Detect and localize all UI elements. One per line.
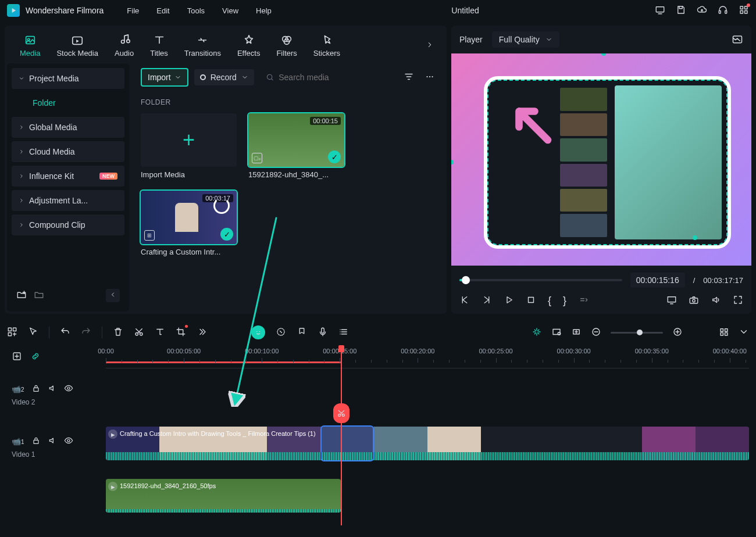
widgets-icon[interactable] xyxy=(7,327,17,339)
play-icon[interactable] xyxy=(504,295,514,307)
next-frame-icon[interactable] xyxy=(482,295,492,307)
import-button[interactable]: Import xyxy=(141,68,188,87)
crop-view-icon[interactable] xyxy=(551,327,562,339)
sidebar-folder[interactable]: Folder xyxy=(12,92,124,113)
undo-icon[interactable] xyxy=(60,327,70,339)
cloud-icon[interactable] xyxy=(697,5,707,17)
sidebar-adjustment-layer[interactable]: Adjustment La... xyxy=(12,190,124,211)
sidebar-influence-kit[interactable]: Influence Kit NEW xyxy=(12,166,124,187)
tabs-more-icon[interactable] xyxy=(420,35,440,56)
visibility-icon[interactable] xyxy=(64,384,73,395)
auto-reframe-icon[interactable] xyxy=(532,327,542,339)
delete-icon[interactable] xyxy=(113,327,123,339)
clip-video1[interactable]: ▸ 15921892-uhd_3840_2160_50fps xyxy=(106,479,341,513)
stop-icon[interactable] xyxy=(526,295,536,307)
filter-icon[interactable] xyxy=(401,69,416,86)
mark-out-icon[interactable]: } xyxy=(563,295,566,307)
track-lane-video1[interactable]: ▸ 15921892-uhd_3840_2160_50fps xyxy=(106,473,749,525)
menu-tools[interactable]: Tools xyxy=(187,6,205,15)
playhead[interactable] xyxy=(341,345,342,525)
mute-icon[interactable] xyxy=(48,436,57,447)
menu-file[interactable]: File xyxy=(127,6,139,15)
enhance-icon[interactable] xyxy=(276,327,286,339)
sidebar-cloud-media[interactable]: Cloud Media xyxy=(12,141,124,162)
track-header-video2[interactable]: 📹2 Video 2 xyxy=(7,368,106,421)
quality-dropdown[interactable]: Full Quality xyxy=(492,31,559,48)
text-icon[interactable] xyxy=(155,327,165,339)
redo-icon[interactable] xyxy=(81,327,91,339)
tab-filters[interactable]: Filters xyxy=(268,30,305,61)
ai-assistant-icon[interactable] xyxy=(251,325,265,339)
playback-progress[interactable] xyxy=(459,279,622,281)
cursor-icon[interactable] xyxy=(28,327,38,339)
zoom-in-icon[interactable] xyxy=(672,327,683,339)
tab-stock-media[interactable]: Stock Media xyxy=(48,30,106,61)
collapse-sidebar-icon[interactable] xyxy=(106,289,120,302)
media-clip-2[interactable]: 00:03:17 ⊞ ✓ Crafting a Custom Intr... xyxy=(141,191,237,256)
headphones-icon[interactable] xyxy=(718,5,728,17)
svg-rect-19 xyxy=(529,298,534,303)
record-button[interactable]: Record xyxy=(194,69,254,85)
clip-video2[interactable]: ▸ Crafting a Custom Intro with Drawing T… xyxy=(106,427,749,460)
mic-icon[interactable] xyxy=(318,327,328,339)
visibility-icon[interactable] xyxy=(64,436,73,447)
search-input[interactable] xyxy=(279,73,395,82)
folder-icon[interactable] xyxy=(34,289,44,302)
new-folder-icon[interactable] xyxy=(16,289,27,302)
progress-knob[interactable] xyxy=(462,276,470,284)
camera-icon[interactable] xyxy=(689,295,699,307)
tab-titles[interactable]: Titles xyxy=(142,30,176,61)
zoom-slider[interactable] xyxy=(611,332,663,334)
display-mode-icon[interactable] xyxy=(666,295,677,307)
tab-media[interactable]: Media xyxy=(12,30,48,61)
add-track-icon[interactable] xyxy=(12,351,22,363)
tab-transitions[interactable]: Transitions xyxy=(176,30,229,61)
tab-audio[interactable]: Audio xyxy=(106,30,142,61)
list-icon[interactable] xyxy=(338,327,349,339)
apps-icon[interactable] xyxy=(739,5,749,17)
menu-view[interactable]: View xyxy=(222,6,238,15)
track-header-video1[interactable]: 📹1 Video 1 xyxy=(7,421,106,473)
expand-tools-icon[interactable] xyxy=(197,327,207,339)
fit-icon[interactable] xyxy=(571,327,582,339)
lock-icon[interactable] xyxy=(31,436,41,447)
marker-icon[interactable] xyxy=(297,327,307,339)
prev-frame-icon[interactable] xyxy=(459,295,470,307)
scissor-icon[interactable] xyxy=(333,403,350,423)
save-icon[interactable] xyxy=(676,5,686,17)
view-toggle-icon[interactable] xyxy=(719,327,729,339)
media-clip-1[interactable]: 00:00:15 ▢ₚ ✓ 15921892-uhd_3840_... xyxy=(248,113,344,179)
sidebar-global-media[interactable]: Global Media xyxy=(12,117,124,138)
tab-stickers[interactable]: Stickers xyxy=(305,30,348,61)
marker-list-icon[interactable] xyxy=(578,295,589,307)
timeline-tracks[interactable]: 00:0000:00:05:0000:00:10:0000:00:15:0000… xyxy=(106,345,749,525)
app-logo xyxy=(7,4,20,17)
cut-icon[interactable] xyxy=(134,327,144,339)
time-ruler[interactable]: 00:0000:00:05:0000:00:10:0000:00:15:0000… xyxy=(106,345,749,368)
menu-edit[interactable]: Edit xyxy=(156,6,169,15)
zoom-out-icon[interactable] xyxy=(591,327,601,339)
fullscreen-icon[interactable] xyxy=(733,295,743,307)
preview-viewport[interactable] xyxy=(451,53,751,266)
resize-handle[interactable] xyxy=(601,53,606,56)
track-lane-video2[interactable]: ▸ Crafting a Custom Intro with Drawing T… xyxy=(106,421,749,473)
volume-icon[interactable] xyxy=(711,295,721,307)
search-icon[interactable] xyxy=(266,73,274,82)
link-icon[interactable] xyxy=(30,351,41,363)
sidebar-compound-clip[interactable]: Compound Clip xyxy=(12,214,124,235)
menu-help[interactable]: Help xyxy=(256,6,272,15)
clip-selection[interactable] xyxy=(322,427,373,460)
sidebar-project-media[interactable]: Project Media xyxy=(12,68,124,89)
import-media-tile[interactable]: + Import Media xyxy=(141,113,237,179)
more-icon[interactable] xyxy=(422,69,437,86)
svg-rect-32 xyxy=(553,329,560,334)
resize-handle[interactable] xyxy=(451,160,454,164)
display-icon[interactable] xyxy=(655,5,665,17)
snapshot-icon[interactable] xyxy=(732,33,743,46)
mute-icon[interactable] xyxy=(48,384,57,395)
crop-icon[interactable] xyxy=(176,327,186,339)
tab-effects[interactable]: Effects xyxy=(229,30,269,61)
chevron-down-icon[interactable] xyxy=(739,327,749,339)
lock-icon[interactable] xyxy=(31,384,41,395)
mark-in-icon[interactable]: { xyxy=(548,295,551,307)
